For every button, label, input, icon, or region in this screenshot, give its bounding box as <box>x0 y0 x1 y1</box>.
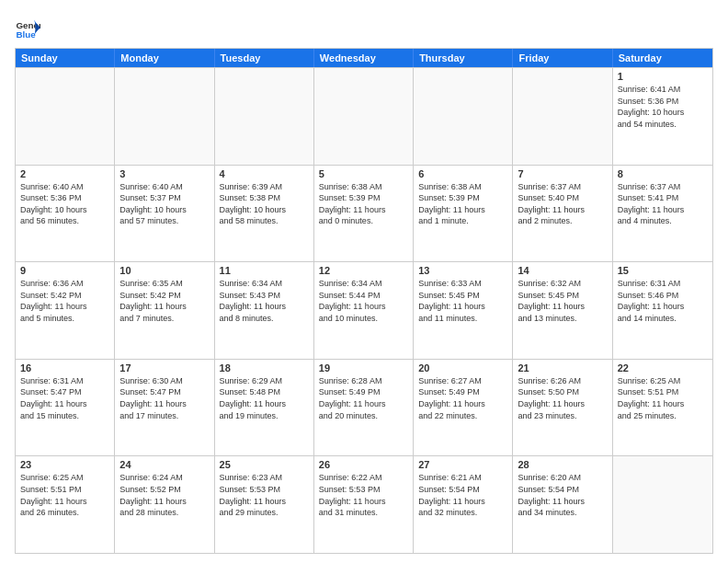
calendar-cell-day-11: 11Sunrise: 6:34 AM Sunset: 5:43 PM Dayli… <box>215 262 314 359</box>
day-number: 21 <box>518 362 607 373</box>
calendar-cell-day-16: 16Sunrise: 6:31 AM Sunset: 5:47 PM Dayli… <box>16 360 115 456</box>
day-number: 10 <box>119 265 209 276</box>
day-number: 26 <box>319 459 408 470</box>
calendar-cell-day-25: 25Sunrise: 6:23 AM Sunset: 5:53 PM Dayli… <box>215 456 314 553</box>
day-info: Sunrise: 6:36 AM Sunset: 5:42 PM Dayligh… <box>20 278 109 324</box>
calendar-cell-day-23: 23Sunrise: 6:25 AM Sunset: 5:51 PM Dayli… <box>16 456 115 553</box>
weekday-header-monday: Monday <box>115 49 214 67</box>
day-info: Sunrise: 6:33 AM Sunset: 5:45 PM Dayligh… <box>418 278 507 324</box>
day-info: Sunrise: 6:27 AM Sunset: 5:49 PM Dayligh… <box>418 375 507 421</box>
day-info: Sunrise: 6:25 AM Sunset: 5:51 PM Dayligh… <box>618 375 708 421</box>
day-number: 12 <box>319 265 408 276</box>
calendar-cell-empty <box>215 68 314 165</box>
calendar-row-2: 2Sunrise: 6:40 AM Sunset: 5:36 PM Daylig… <box>16 165 712 262</box>
day-number: 1 <box>618 71 708 82</box>
weekday-header-tuesday: Tuesday <box>215 49 314 67</box>
day-info: Sunrise: 6:20 AM Sunset: 5:54 PM Dayligh… <box>518 472 607 518</box>
calendar-cell-day-5: 5Sunrise: 6:38 AM Sunset: 5:39 PM Daylig… <box>314 166 414 262</box>
calendar-cell-empty <box>414 68 513 165</box>
day-number: 17 <box>119 362 209 373</box>
day-number: 11 <box>220 265 309 276</box>
day-info: Sunrise: 6:23 AM Sunset: 5:53 PM Dayligh… <box>220 472 309 518</box>
weekday-header-sunday: Sunday <box>16 49 115 67</box>
day-number: 16 <box>20 362 109 373</box>
day-number: 28 <box>518 459 607 470</box>
day-info: Sunrise: 6:37 AM Sunset: 5:40 PM Dayligh… <box>518 181 607 227</box>
header: General Blue <box>15 15 713 40</box>
logo-icon: General Blue <box>15 15 40 40</box>
calendar-cell-day-6: 6Sunrise: 6:38 AM Sunset: 5:39 PM Daylig… <box>414 166 513 262</box>
day-info: Sunrise: 6:38 AM Sunset: 5:39 PM Dayligh… <box>319 181 408 227</box>
day-number: 22 <box>618 362 708 373</box>
day-info: Sunrise: 6:25 AM Sunset: 5:51 PM Dayligh… <box>20 472 109 518</box>
calendar-cell-day-4: 4Sunrise: 6:39 AM Sunset: 5:38 PM Daylig… <box>215 166 314 262</box>
calendar-cell-day-19: 19Sunrise: 6:28 AM Sunset: 5:49 PM Dayli… <box>314 360 414 456</box>
calendar-cell-day-20: 20Sunrise: 6:27 AM Sunset: 5:49 PM Dayli… <box>414 360 513 456</box>
calendar-cell-day-17: 17Sunrise: 6:30 AM Sunset: 5:47 PM Dayli… <box>115 360 214 456</box>
calendar-cell-empty <box>115 68 214 165</box>
calendar-cell-day-15: 15Sunrise: 6:31 AM Sunset: 5:46 PM Dayli… <box>613 262 712 359</box>
day-number: 6 <box>418 168 507 179</box>
day-info: Sunrise: 6:26 AM Sunset: 5:50 PM Dayligh… <box>518 375 607 421</box>
calendar-row-1: 1Sunrise: 6:41 AM Sunset: 5:36 PM Daylig… <box>16 67 712 165</box>
calendar-cell-empty <box>613 456 712 553</box>
calendar-cell-day-28: 28Sunrise: 6:20 AM Sunset: 5:54 PM Dayli… <box>513 456 612 553</box>
weekday-header-saturday: Saturday <box>613 49 712 67</box>
day-number: 7 <box>518 168 607 179</box>
day-info: Sunrise: 6:24 AM Sunset: 5:52 PM Dayligh… <box>119 472 209 518</box>
calendar-row-3: 9Sunrise: 6:36 AM Sunset: 5:42 PM Daylig… <box>16 261 712 359</box>
day-info: Sunrise: 6:41 AM Sunset: 5:36 PM Dayligh… <box>618 84 708 130</box>
day-number: 15 <box>618 265 708 276</box>
day-number: 9 <box>20 265 109 276</box>
calendar-cell-empty <box>314 68 414 165</box>
day-info: Sunrise: 6:31 AM Sunset: 5:46 PM Dayligh… <box>618 278 708 324</box>
logo: General Blue <box>15 15 44 40</box>
day-number: 13 <box>418 265 507 276</box>
calendar-cell-day-1: 1Sunrise: 6:41 AM Sunset: 5:36 PM Daylig… <box>613 68 712 165</box>
day-number: 4 <box>220 168 309 179</box>
calendar-cell-day-14: 14Sunrise: 6:32 AM Sunset: 5:45 PM Dayli… <box>513 262 612 359</box>
calendar: SundayMondayTuesdayWednesdayThursdayFrid… <box>15 48 713 554</box>
calendar-cell-day-21: 21Sunrise: 6:26 AM Sunset: 5:50 PM Dayli… <box>513 360 612 456</box>
day-info: Sunrise: 6:31 AM Sunset: 5:47 PM Dayligh… <box>20 375 109 421</box>
day-number: 8 <box>618 168 708 179</box>
calendar-cell-day-18: 18Sunrise: 6:29 AM Sunset: 5:48 PM Dayli… <box>215 360 314 456</box>
day-info: Sunrise: 6:22 AM Sunset: 5:53 PM Dayligh… <box>319 472 408 518</box>
day-info: Sunrise: 6:29 AM Sunset: 5:48 PM Dayligh… <box>220 375 309 421</box>
day-number: 18 <box>220 362 309 373</box>
day-number: 14 <box>518 265 607 276</box>
day-info: Sunrise: 6:34 AM Sunset: 5:44 PM Dayligh… <box>319 278 408 324</box>
day-info: Sunrise: 6:39 AM Sunset: 5:38 PM Dayligh… <box>220 181 309 227</box>
calendar-cell-day-24: 24Sunrise: 6:24 AM Sunset: 5:52 PM Dayli… <box>115 456 214 553</box>
weekday-header-friday: Friday <box>513 49 612 67</box>
calendar-cell-empty <box>16 68 115 165</box>
calendar-cell-day-2: 2Sunrise: 6:40 AM Sunset: 5:36 PM Daylig… <box>16 166 115 262</box>
calendar-cell-empty <box>513 68 612 165</box>
calendar-cell-day-3: 3Sunrise: 6:40 AM Sunset: 5:37 PM Daylig… <box>115 166 214 262</box>
calendar-cell-day-27: 27Sunrise: 6:21 AM Sunset: 5:54 PM Dayli… <box>414 456 513 553</box>
calendar-row-5: 23Sunrise: 6:25 AM Sunset: 5:51 PM Dayli… <box>16 455 712 553</box>
day-number: 2 <box>20 168 109 179</box>
calendar-cell-day-12: 12Sunrise: 6:34 AM Sunset: 5:44 PM Dayli… <box>314 262 414 359</box>
calendar-header: SundayMondayTuesdayWednesdayThursdayFrid… <box>16 49 712 67</box>
day-info: Sunrise: 6:30 AM Sunset: 5:47 PM Dayligh… <box>119 375 209 421</box>
day-info: Sunrise: 6:34 AM Sunset: 5:43 PM Dayligh… <box>220 278 309 324</box>
day-info: Sunrise: 6:32 AM Sunset: 5:45 PM Dayligh… <box>518 278 607 324</box>
day-number: 19 <box>319 362 408 373</box>
day-number: 20 <box>418 362 507 373</box>
day-number: 27 <box>418 459 507 470</box>
svg-text:Blue: Blue <box>16 29 36 40</box>
day-info: Sunrise: 6:38 AM Sunset: 5:39 PM Dayligh… <box>418 181 507 227</box>
day-info: Sunrise: 6:35 AM Sunset: 5:42 PM Dayligh… <box>119 278 209 324</box>
calendar-cell-day-22: 22Sunrise: 6:25 AM Sunset: 5:51 PM Dayli… <box>613 360 712 456</box>
calendar-cell-day-26: 26Sunrise: 6:22 AM Sunset: 5:53 PM Dayli… <box>314 456 414 553</box>
weekday-header-wednesday: Wednesday <box>314 49 414 67</box>
calendar-cell-day-10: 10Sunrise: 6:35 AM Sunset: 5:42 PM Dayli… <box>115 262 214 359</box>
day-info: Sunrise: 6:40 AM Sunset: 5:36 PM Dayligh… <box>20 181 109 227</box>
day-number: 24 <box>119 459 209 470</box>
day-info: Sunrise: 6:40 AM Sunset: 5:37 PM Dayligh… <box>119 181 209 227</box>
calendar-cell-day-13: 13Sunrise: 6:33 AM Sunset: 5:45 PM Dayli… <box>414 262 513 359</box>
day-info: Sunrise: 6:28 AM Sunset: 5:49 PM Dayligh… <box>319 375 408 421</box>
calendar-cell-day-9: 9Sunrise: 6:36 AM Sunset: 5:42 PM Daylig… <box>16 262 115 359</box>
day-info: Sunrise: 6:21 AM Sunset: 5:54 PM Dayligh… <box>418 472 507 518</box>
